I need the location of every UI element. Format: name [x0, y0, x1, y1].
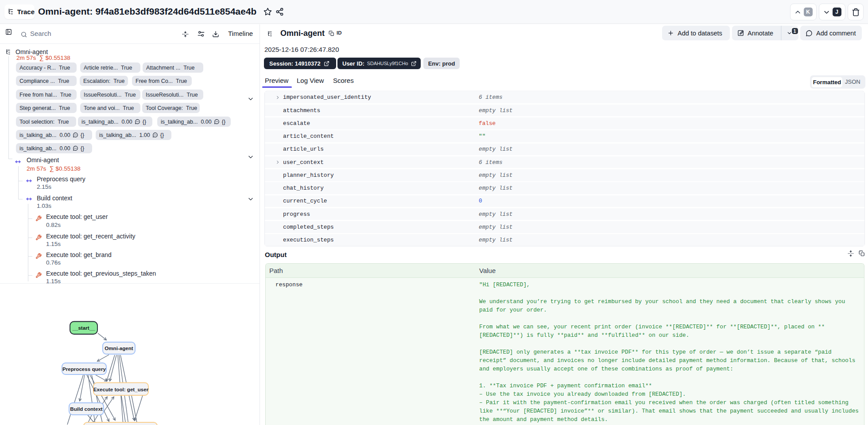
- svg-text:Preprocess query: Preprocess query: [62, 366, 106, 372]
- svg-text:__start__: __start__: [72, 325, 95, 331]
- svg-text:Build context: Build context: [70, 406, 103, 412]
- svg-text:Execute tool: get_user: Execute tool: get_user: [93, 386, 149, 392]
- svg-text:Omni-agent: Omni-agent: [105, 345, 133, 351]
